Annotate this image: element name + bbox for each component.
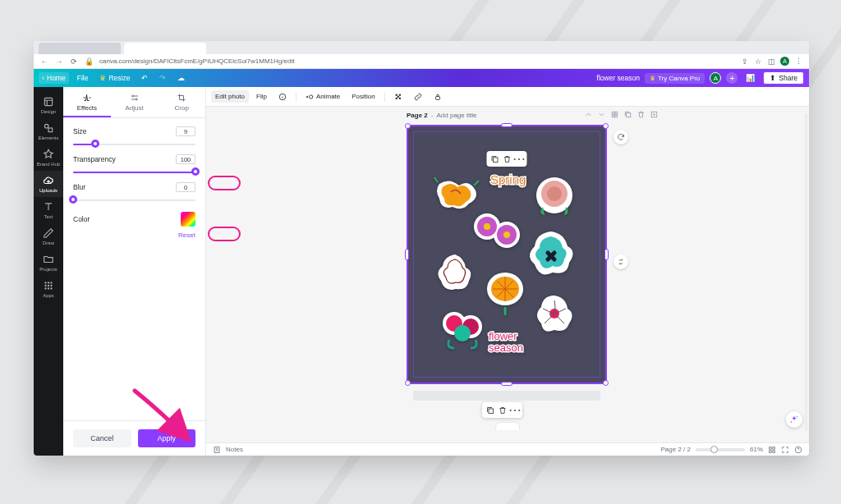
rail-text[interactable]: Text bbox=[34, 197, 63, 223]
handle-l[interactable] bbox=[405, 249, 409, 260]
forward-icon[interactable]: → bbox=[55, 57, 63, 66]
lock-tool[interactable] bbox=[430, 90, 446, 103]
trash-icon[interactable] bbox=[636, 110, 646, 119]
svg-rect-2 bbox=[48, 128, 53, 132]
handle-b[interactable] bbox=[501, 382, 512, 386]
back-icon[interactable]: ← bbox=[40, 57, 48, 66]
seeall-icon[interactable] bbox=[610, 110, 619, 119]
svg-rect-53 bbox=[770, 450, 772, 452]
fullscreen-icon[interactable] bbox=[781, 446, 789, 454]
svg-rect-54 bbox=[773, 450, 775, 452]
undo-icon: ↶ bbox=[141, 74, 148, 82]
size-slider[interactable] bbox=[73, 140, 195, 148]
rail-draw[interactable]: Draw bbox=[34, 223, 63, 250]
tab-crop[interactable]: Crop bbox=[158, 87, 205, 117]
svg-rect-47 bbox=[489, 409, 494, 414]
share-button[interactable]: ⬆Share bbox=[763, 71, 804, 85]
add-member-button[interactable]: + bbox=[726, 72, 738, 84]
page-thumbnail-strip[interactable] bbox=[413, 391, 600, 401]
zoom-slider[interactable] bbox=[696, 448, 745, 451]
notes-label[interactable]: Notes bbox=[226, 446, 243, 453]
try-pro-button[interactable]: ♛Try Canva Pro bbox=[645, 73, 705, 84]
help-icon[interactable] bbox=[794, 446, 802, 454]
resize-button[interactable]: ♛Resize bbox=[96, 72, 133, 84]
handle-br[interactable] bbox=[603, 380, 609, 386]
star-icon[interactable]: ☆ bbox=[754, 57, 762, 66]
duplicate-icon[interactable] bbox=[623, 110, 632, 119]
chevron-up-icon[interactable] bbox=[584, 110, 593, 119]
home-button[interactable]: ‹Home bbox=[39, 72, 69, 84]
transparency-value[interactable]: 100 bbox=[176, 154, 195, 164]
link-tool[interactable] bbox=[410, 90, 426, 103]
flower-season-text-sticker[interactable]: flowerseason bbox=[484, 328, 540, 358]
swap-button[interactable] bbox=[614, 254, 628, 269]
animate-button[interactable]: Animate bbox=[301, 90, 344, 103]
reload-icon[interactable]: ⟳ bbox=[70, 57, 78, 66]
extension-icon[interactable]: ◫ bbox=[767, 57, 775, 66]
sticker-white-hibiscus[interactable] bbox=[431, 250, 479, 297]
rail-projects[interactable]: Projects bbox=[34, 250, 63, 276]
refresh-button[interactable] bbox=[614, 130, 628, 144]
tab-effects[interactable]: Effects bbox=[63, 87, 111, 117]
handle-tl[interactable] bbox=[405, 123, 411, 129]
insights-button[interactable]: 📊 bbox=[742, 72, 758, 84]
design-canvas[interactable]: ⋯ Spring flowerseason bbox=[407, 125, 607, 384]
sticker-yellow-mum[interactable] bbox=[482, 266, 528, 315]
browser-tab[interactable] bbox=[39, 43, 121, 54]
cancel-button[interactable]: Cancel bbox=[73, 429, 131, 447]
share-icon[interactable]: ⇪ bbox=[741, 57, 749, 66]
rail-label: Brand Hub bbox=[37, 162, 61, 167]
browser-tab-active[interactable] bbox=[124, 43, 206, 54]
flip-button[interactable]: Flip bbox=[252, 90, 271, 103]
more-icon[interactable]: ⋯ bbox=[514, 153, 525, 164]
magic-button[interactable] bbox=[786, 411, 802, 428]
info-button[interactable] bbox=[274, 90, 291, 103]
file-menu[interactable]: File bbox=[74, 72, 92, 84]
reset-link[interactable]: Reset bbox=[73, 228, 195, 239]
transparency-slider[interactable] bbox=[73, 167, 195, 176]
color-swatch[interactable] bbox=[181, 212, 195, 227]
user-avatar[interactable]: A bbox=[710, 72, 721, 84]
sticker-pink-rose[interactable] bbox=[531, 174, 577, 220]
chevron-down-icon[interactable] bbox=[597, 110, 606, 119]
scrollbar[interactable] bbox=[803, 113, 807, 431]
sticker-red-bouquet[interactable] bbox=[438, 305, 489, 353]
handle-t[interactable] bbox=[501, 123, 512, 127]
trash-icon[interactable] bbox=[497, 405, 508, 415]
browser-avatar[interactable]: A bbox=[780, 57, 789, 66]
more-icon[interactable]: ⋯ bbox=[509, 405, 520, 415]
edit-photo-button[interactable]: Edit photo bbox=[211, 90, 249, 103]
rail-elements[interactable]: Elements bbox=[34, 118, 63, 144]
handle-r[interactable] bbox=[604, 249, 609, 260]
apply-button[interactable]: Apply bbox=[138, 429, 196, 447]
undo-button[interactable]: ↶ bbox=[138, 72, 151, 84]
svg-point-6 bbox=[44, 285, 46, 286]
rail-uploads[interactable]: Uploads bbox=[34, 171, 63, 197]
duplicate-icon[interactable] bbox=[489, 153, 500, 164]
spring-text-sticker[interactable]: Spring bbox=[487, 171, 535, 189]
handle-tr[interactable] bbox=[603, 123, 609, 129]
canvas-viewport[interactable]: Page 2-Add page title bbox=[206, 107, 809, 442]
blur-slider[interactable] bbox=[73, 195, 195, 204]
grid-view-icon[interactable] bbox=[768, 446, 776, 454]
drawer-handle[interactable] bbox=[495, 422, 520, 430]
rail-design[interactable]: Design bbox=[34, 92, 63, 118]
transparency-tool[interactable] bbox=[390, 90, 407, 103]
size-value[interactable]: 9 bbox=[176, 126, 195, 136]
rail-apps[interactable]: Apps bbox=[34, 276, 63, 302]
kebab-icon[interactable]: ⋮ bbox=[794, 57, 802, 66]
add-page-icon[interactable] bbox=[650, 110, 659, 119]
refresh-icon bbox=[617, 133, 625, 141]
position-button[interactable]: Position bbox=[347, 90, 379, 103]
page-title-hint[interactable]: Add page title bbox=[436, 112, 476, 119]
url-field[interactable]: canva.com/design/DAFlCltsFcmE/gPIUHQCElc… bbox=[99, 57, 734, 65]
handle-bl[interactable] bbox=[405, 380, 411, 386]
rail-brand[interactable]: Brand Hub bbox=[34, 144, 63, 171]
duplicate-icon[interactable] bbox=[485, 405, 495, 415]
tab-adjust[interactable]: Adjust bbox=[111, 87, 159, 117]
blur-value[interactable]: 0 bbox=[176, 182, 195, 192]
trash-icon[interactable] bbox=[502, 153, 512, 164]
sticker-teal-flower[interactable] bbox=[522, 227, 581, 284]
doc-title[interactable]: flower season bbox=[597, 74, 640, 82]
redo-button[interactable]: ↷ bbox=[156, 72, 169, 84]
